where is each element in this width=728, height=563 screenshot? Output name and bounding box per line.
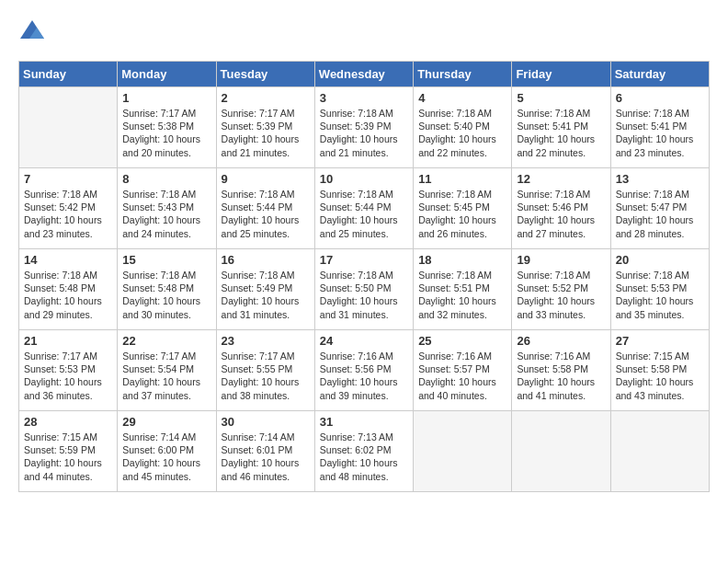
- calendar-cell: 16Sunrise: 7:18 AM Sunset: 5:49 PM Dayli…: [216, 249, 314, 330]
- day-number: 2: [222, 91, 310, 105]
- calendar-cell: [19, 87, 118, 168]
- day-header-friday: Friday: [512, 62, 610, 87]
- cell-content: Sunrise: 7:13 AM Sunset: 6:02 PM Dayligh…: [320, 431, 408, 483]
- day-number: 19: [517, 253, 605, 267]
- calendar-cell: 14Sunrise: 7:18 AM Sunset: 5:48 PM Dayli…: [19, 249, 118, 330]
- calendar-cell: 4Sunrise: 7:18 AM Sunset: 5:40 PM Daylig…: [414, 87, 512, 168]
- day-number: 7: [24, 172, 112, 186]
- cell-content: Sunrise: 7:15 AM Sunset: 5:58 PM Dayligh…: [616, 350, 704, 402]
- page-header: [18, 18, 710, 46]
- day-number: 9: [222, 172, 310, 186]
- calendar-cell: 18Sunrise: 7:18 AM Sunset: 5:51 PM Dayli…: [414, 249, 512, 330]
- cell-content: Sunrise: 7:18 AM Sunset: 5:45 PM Dayligh…: [418, 188, 506, 240]
- day-number: 17: [320, 253, 408, 267]
- cell-content: Sunrise: 7:18 AM Sunset: 5:47 PM Dayligh…: [616, 188, 704, 240]
- cell-content: Sunrise: 7:18 AM Sunset: 5:53 PM Dayligh…: [616, 269, 704, 321]
- day-number: 31: [320, 415, 408, 429]
- cell-content: Sunrise: 7:17 AM Sunset: 5:53 PM Dayligh…: [24, 350, 112, 402]
- cell-content: Sunrise: 7:17 AM Sunset: 5:54 PM Dayligh…: [122, 350, 210, 402]
- calendar-cell: 23Sunrise: 7:17 AM Sunset: 5:55 PM Dayli…: [216, 330, 314, 411]
- calendar-cell: 9Sunrise: 7:18 AM Sunset: 5:44 PM Daylig…: [216, 168, 314, 249]
- calendar-cell: 22Sunrise: 7:17 AM Sunset: 5:54 PM Dayli…: [118, 330, 216, 411]
- day-number: 27: [616, 334, 704, 348]
- day-number: 25: [418, 334, 506, 348]
- calendar-cell: 26Sunrise: 7:16 AM Sunset: 5:58 PM Dayli…: [512, 330, 610, 411]
- day-number: 30: [222, 415, 310, 429]
- calendar-cell: 8Sunrise: 7:18 AM Sunset: 5:43 PM Daylig…: [118, 168, 216, 249]
- cell-content: Sunrise: 7:18 AM Sunset: 5:43 PM Dayligh…: [122, 188, 210, 240]
- calendar-cell: 1Sunrise: 7:17 AM Sunset: 5:38 PM Daylig…: [118, 87, 216, 168]
- cell-content: Sunrise: 7:16 AM Sunset: 5:57 PM Dayligh…: [418, 350, 506, 402]
- cell-content: Sunrise: 7:18 AM Sunset: 5:41 PM Dayligh…: [517, 107, 605, 159]
- cell-content: Sunrise: 7:18 AM Sunset: 5:50 PM Dayligh…: [320, 269, 408, 321]
- day-header-tuesday: Tuesday: [216, 62, 314, 87]
- cell-content: Sunrise: 7:18 AM Sunset: 5:48 PM Dayligh…: [24, 269, 112, 321]
- day-number: 1: [122, 91, 210, 105]
- day-header-monday: Monday: [118, 62, 216, 87]
- day-header-sunday: Sunday: [19, 62, 118, 87]
- calendar-cell: 5Sunrise: 7:18 AM Sunset: 5:41 PM Daylig…: [512, 87, 610, 168]
- day-number: 10: [320, 172, 408, 186]
- calendar-cell: 24Sunrise: 7:16 AM Sunset: 5:56 PM Dayli…: [314, 330, 413, 411]
- calendar-cell: [414, 411, 512, 492]
- logo: [18, 18, 50, 46]
- cell-content: Sunrise: 7:14 AM Sunset: 6:01 PM Dayligh…: [222, 431, 310, 483]
- calendar-cell: 30Sunrise: 7:14 AM Sunset: 6:01 PM Dayli…: [216, 411, 314, 492]
- calendar-cell: 17Sunrise: 7:18 AM Sunset: 5:50 PM Dayli…: [314, 249, 413, 330]
- calendar-table: SundayMondayTuesdayWednesdayThursdayFrid…: [18, 61, 710, 492]
- calendar-cell: 28Sunrise: 7:15 AM Sunset: 5:59 PM Dayli…: [19, 411, 118, 492]
- day-number: 3: [320, 91, 408, 105]
- calendar-cell: 7Sunrise: 7:18 AM Sunset: 5:42 PM Daylig…: [19, 168, 118, 249]
- day-number: 14: [24, 253, 112, 267]
- day-number: 6: [616, 91, 704, 105]
- calendar-cell: 21Sunrise: 7:17 AM Sunset: 5:53 PM Dayli…: [19, 330, 118, 411]
- day-number: 26: [517, 334, 605, 348]
- day-header-wednesday: Wednesday: [314, 62, 413, 87]
- cell-content: Sunrise: 7:18 AM Sunset: 5:44 PM Dayligh…: [222, 188, 310, 240]
- cell-content: Sunrise: 7:16 AM Sunset: 5:58 PM Dayligh…: [517, 350, 605, 402]
- calendar-cell: 10Sunrise: 7:18 AM Sunset: 5:44 PM Dayli…: [314, 168, 413, 249]
- day-number: 16: [222, 253, 310, 267]
- cell-content: Sunrise: 7:18 AM Sunset: 5:46 PM Dayligh…: [517, 188, 605, 240]
- day-number: 12: [517, 172, 605, 186]
- calendar-cell: [512, 411, 610, 492]
- day-number: 28: [24, 415, 112, 429]
- day-number: 20: [616, 253, 704, 267]
- day-number: 24: [320, 334, 408, 348]
- day-number: 11: [418, 172, 506, 186]
- cell-content: Sunrise: 7:15 AM Sunset: 5:59 PM Dayligh…: [24, 431, 112, 483]
- day-number: 15: [122, 253, 210, 267]
- day-number: 8: [122, 172, 210, 186]
- cell-content: Sunrise: 7:18 AM Sunset: 5:49 PM Dayligh…: [222, 269, 310, 321]
- calendar-cell: 12Sunrise: 7:18 AM Sunset: 5:46 PM Dayli…: [512, 168, 610, 249]
- cell-content: Sunrise: 7:18 AM Sunset: 5:44 PM Dayligh…: [320, 188, 408, 240]
- day-number: 4: [418, 91, 506, 105]
- cell-content: Sunrise: 7:17 AM Sunset: 5:39 PM Dayligh…: [222, 107, 310, 159]
- cell-content: Sunrise: 7:18 AM Sunset: 5:41 PM Dayligh…: [616, 107, 704, 159]
- cell-content: Sunrise: 7:17 AM Sunset: 5:55 PM Dayligh…: [222, 350, 310, 402]
- day-number: 13: [616, 172, 704, 186]
- day-number: 22: [122, 334, 210, 348]
- cell-content: Sunrise: 7:18 AM Sunset: 5:39 PM Dayligh…: [320, 107, 408, 159]
- calendar-cell: 19Sunrise: 7:18 AM Sunset: 5:52 PM Dayli…: [512, 249, 610, 330]
- calendar-cell: 25Sunrise: 7:16 AM Sunset: 5:57 PM Dayli…: [414, 330, 512, 411]
- calendar-cell: 27Sunrise: 7:15 AM Sunset: 5:58 PM Dayli…: [610, 330, 709, 411]
- calendar-cell: 20Sunrise: 7:18 AM Sunset: 5:53 PM Dayli…: [610, 249, 709, 330]
- day-number: 18: [418, 253, 506, 267]
- calendar-cell: 29Sunrise: 7:14 AM Sunset: 6:00 PM Dayli…: [118, 411, 216, 492]
- calendar-cell: 15Sunrise: 7:18 AM Sunset: 5:48 PM Dayli…: [118, 249, 216, 330]
- cell-content: Sunrise: 7:18 AM Sunset: 5:48 PM Dayligh…: [122, 269, 210, 321]
- logo-icon: [18, 18, 46, 46]
- day-header-thursday: Thursday: [414, 62, 512, 87]
- day-number: 5: [517, 91, 605, 105]
- calendar-cell: 2Sunrise: 7:17 AM Sunset: 5:39 PM Daylig…: [216, 87, 314, 168]
- cell-content: Sunrise: 7:18 AM Sunset: 5:51 PM Dayligh…: [418, 269, 506, 321]
- day-number: 23: [222, 334, 310, 348]
- cell-content: Sunrise: 7:16 AM Sunset: 5:56 PM Dayligh…: [320, 350, 408, 402]
- day-number: 21: [24, 334, 112, 348]
- cell-content: Sunrise: 7:18 AM Sunset: 5:40 PM Dayligh…: [418, 107, 506, 159]
- calendar-cell: 13Sunrise: 7:18 AM Sunset: 5:47 PM Dayli…: [610, 168, 709, 249]
- calendar-cell: 31Sunrise: 7:13 AM Sunset: 6:02 PM Dayli…: [314, 411, 413, 492]
- calendar-cell: 6Sunrise: 7:18 AM Sunset: 5:41 PM Daylig…: [610, 87, 709, 168]
- cell-content: Sunrise: 7:18 AM Sunset: 5:52 PM Dayligh…: [517, 269, 605, 321]
